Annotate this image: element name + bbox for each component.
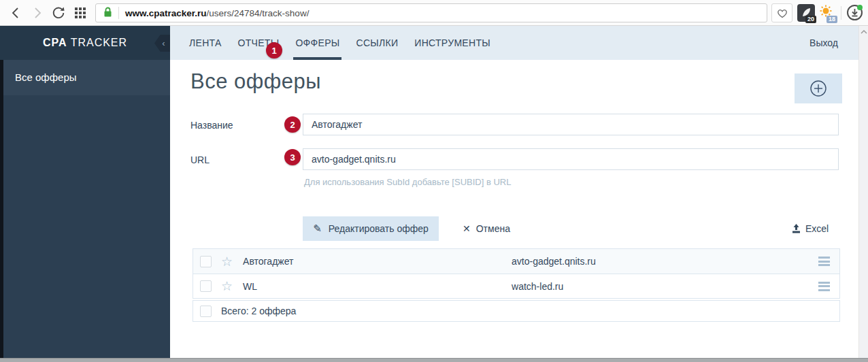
annotation-badge-3: 3: [284, 149, 301, 165]
sidebar-edge-strip: [0, 26, 3, 358]
weather-extension-icon[interactable]: 18: [818, 4, 836, 22]
apps-grid-icon[interactable]: [72, 5, 88, 21]
logo-tracker: TRACKER: [67, 37, 127, 48]
downloads-icon[interactable]: [847, 5, 863, 20]
scroll-up-icon[interactable]: [861, 29, 867, 35]
toolbar-divider: [841, 6, 841, 20]
excel-export-button[interactable]: Excel: [791, 216, 829, 241]
sidebar-header: CPA TRACKER ‹: [0, 26, 170, 60]
browser-toolbar: www.cpatracker.ru/users/24784/track-show…: [0, 0, 868, 26]
nav-item-feed[interactable]: ЛЕНТА: [187, 26, 224, 60]
table-total-row: Всего: 2 оффера: [193, 300, 840, 322]
name-field-label: Название: [190, 120, 233, 131]
horizontal-scrollbar[interactable]: [0, 358, 868, 362]
close-x-icon: ✕: [463, 223, 471, 234]
url-text: www.cpatracker.ru/users/24784/track-show…: [125, 8, 309, 18]
offer-url-cell: avto-gadget.qnits.ru: [512, 256, 818, 267]
table-row[interactable]: ☆ WL watch-led.ru: [193, 274, 839, 298]
app-logo: CPA TRACKER: [43, 37, 127, 49]
url-path: /users/24784/track-show/: [207, 8, 310, 18]
row-checkbox[interactable]: [200, 280, 212, 292]
offer-name-cell: Автогаджет: [243, 256, 512, 267]
sidebar: CPA TRACKER ‹ Все офферы: [0, 26, 170, 358]
ssl-lock-icon[interactable]: [103, 6, 113, 20]
offers-table: ☆ Автогаджет avto-gadget.qnits.ru ☆ WL w…: [193, 248, 840, 299]
add-offer-button[interactable]: [795, 73, 842, 103]
offer-url-input[interactable]: [303, 148, 839, 170]
row-menu-icon[interactable]: [818, 257, 830, 266]
main-content: ЛЕНТА ОТЧЕТЫ ОФФЕРЫ ССЫЛКИ ИНСТРУМЕНТЫ В…: [170, 26, 858, 358]
annotation-badge-2: 2: [284, 116, 301, 133]
page-title: Все офферы: [190, 69, 321, 94]
nav-item-offers[interactable]: ОФФЕРЫ: [293, 26, 341, 60]
pencil-icon: ✎: [313, 223, 322, 235]
url-separator: [118, 7, 119, 19]
offer-url-cell: watch-led.ru: [512, 281, 818, 292]
upload-icon: [791, 223, 801, 234]
row-menu-icon[interactable]: [818, 282, 830, 291]
nav-item-links[interactable]: ССЫЛКИ: [354, 26, 400, 60]
refresh-icon[interactable]: [50, 5, 67, 21]
sidebar-collapse-button[interactable]: ‹: [154, 35, 170, 52]
url-field-label: URL: [190, 154, 210, 165]
edit-offer-label: Редактировать оффер: [329, 223, 429, 234]
plus-circle-icon: [808, 78, 829, 99]
star-icon[interactable]: ☆: [221, 255, 233, 268]
star-icon[interactable]: ☆: [221, 280, 233, 293]
back-icon[interactable]: [8, 5, 24, 21]
screenshot-extension-badge: 20: [805, 16, 816, 23]
total-label: Всего: 2 оффера: [221, 306, 296, 316]
nav-item-tools[interactable]: ИНСТРУМЕНТЫ: [412, 26, 493, 60]
select-all-checkbox[interactable]: [200, 306, 212, 317]
offer-name-cell: WL: [243, 281, 512, 292]
chevron-left-icon: ‹: [162, 38, 165, 48]
address-bar[interactable]: www.cpatracker.ru/users/24784/track-show…: [95, 3, 767, 22]
annotation-badge-1: 1: [266, 42, 282, 59]
row-checkbox[interactable]: [200, 256, 212, 267]
download-complete-dot: [857, 5, 863, 10]
edit-offer-button[interactable]: ✎ Редактировать оффер: [303, 216, 439, 241]
offer-name-input[interactable]: [303, 114, 839, 135]
url-domain: www.cpatracker.ru: [125, 8, 207, 18]
table-row[interactable]: ☆ Автогаджет avto-gadget.qnits.ru: [193, 249, 839, 274]
logo-cpa: CPA: [43, 37, 67, 48]
logout-link[interactable]: Выход: [809, 26, 838, 60]
browser-window: www.cpatracker.ru/users/24784/track-show…: [0, 0, 868, 362]
excel-label: Excel: [805, 223, 829, 234]
screenshot-extension-icon[interactable]: 20: [797, 4, 815, 22]
favorites-heart-icon[interactable]: [771, 3, 792, 22]
subid-hint: Для использования SubId добавьте [SUBID]…: [304, 177, 511, 187]
sidebar-item-all-offers[interactable]: Все офферы: [0, 60, 170, 95]
forward-icon[interactable]: [29, 5, 45, 21]
vertical-scrollbar[interactable]: [858, 26, 868, 358]
cancel-label: Отмена: [476, 223, 510, 234]
cancel-button[interactable]: ✕ Отмена: [463, 216, 510, 241]
weather-extension-badge: 18: [827, 16, 837, 23]
